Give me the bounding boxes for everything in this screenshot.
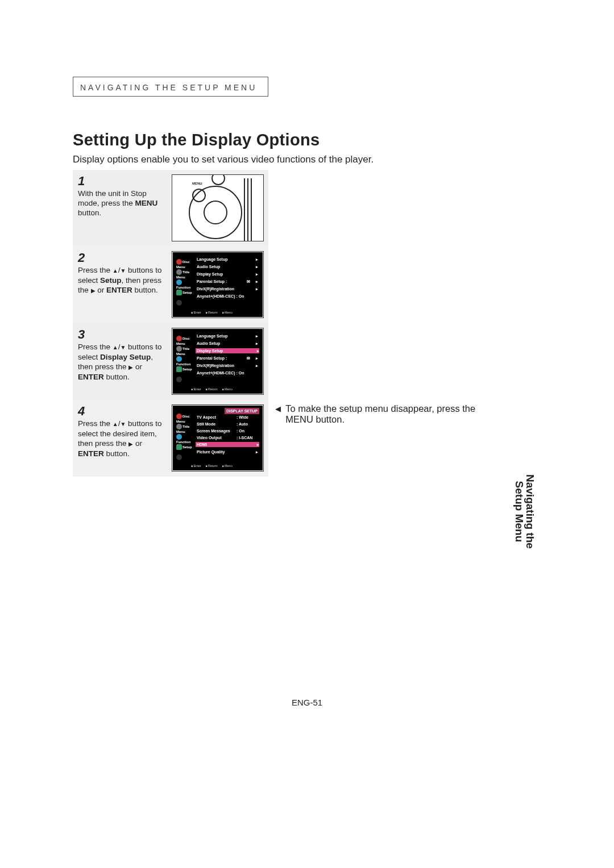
step-1: 1 With the unit in Stop mode, press the … (73, 170, 268, 247)
down-arrow-icon (120, 266, 126, 274)
osd-side-icon-title: Title Menu (176, 346, 192, 357)
osd-row: Still Mode: Auto (197, 422, 258, 427)
osd-row: DivX(R)Registration▸ (197, 286, 258, 291)
osd-row: Display Setup▸ (197, 272, 258, 277)
osd-row: Anynet+(HDMI-CEC) : On (197, 294, 258, 299)
footer-note: To make the setup menu disappear, press … (275, 403, 537, 425)
dpad-center-icon (204, 201, 227, 224)
osd-side-icon-title: Title Menu (176, 424, 192, 435)
right-arrow-icon (91, 286, 96, 294)
osd-row-selected: Display Setup▸ (196, 348, 259, 353)
osd-row: DivX(R)Registration▸ (197, 363, 258, 368)
osd-preview: Disc Menu Title Menu Function Setup Lang… (173, 252, 263, 317)
step-text: Press the / buttons to select Display Se… (78, 342, 164, 382)
step-2: 2 Press the / buttons to select Setup, t… (73, 247, 268, 323)
step-text: Press the / buttons to select Setup, the… (78, 265, 164, 295)
down-arrow-icon (120, 419, 126, 428)
osd-side-icon-setup: Setup (176, 366, 192, 372)
osd-side-icon-setup: Setup (176, 290, 192, 295)
osd-side-icon-function: Function (176, 279, 192, 290)
osd-row: TV Aspect: Wide (197, 415, 258, 420)
step-3: 3 Press the / buttons to select Display … (73, 323, 268, 400)
remote-illustration: MENU (181, 178, 255, 238)
down-arrow-icon (120, 343, 126, 351)
osd-side-icon-disc: Disc Menu (176, 414, 192, 424)
up-arrow-icon (113, 266, 118, 274)
up-arrow-icon (113, 343, 118, 351)
chapter-tag: NAVIGATING THE SETUP MENU (80, 83, 257, 92)
osd-row: Parental Setup :✉▸ (197, 279, 258, 284)
osd-preview: Disc Menu Title Menu Function Setup Lang… (173, 329, 263, 394)
osd-side-icon-title: Title Menu (176, 269, 192, 280)
side-tab-line1: Navigating the (524, 474, 536, 549)
step-text: With the unit in Stop mode, press the ME… (78, 189, 164, 218)
left-arrow-icon (275, 403, 281, 413)
osd-side-icon-function: Function (176, 434, 192, 445)
remote-bars-decor (242, 178, 255, 241)
osd-row: Anynet+(HDMI-CEC) : On (197, 370, 258, 375)
osd-row: Language Setup▸ (197, 333, 258, 339)
osd-side-icon-disc: Disc Menu (176, 336, 192, 347)
osd-row: Audio Setup▸ (197, 341, 258, 346)
osd-row: Video Output: I-SCAN (197, 435, 258, 440)
intro-text: Display options enable you to set variou… (73, 154, 541, 165)
osd-header: DISPLAY SETUP (225, 408, 259, 414)
osd-footer: EnterReturnMenu (175, 310, 260, 315)
osd-side-icon-dot (176, 300, 192, 306)
osd-preview: DISPLAY SETUP Disc Menu Title Menu Funct… (173, 406, 263, 470)
osd-row: Screen Messages: On (197, 428, 258, 433)
osd-row: Language Setup▸ (197, 257, 258, 262)
up-arrow-icon (113, 419, 118, 428)
osd-side-icon-disc: Disc Menu (176, 259, 192, 270)
osd-row: Picture Quality▸ (197, 449, 258, 454)
osd-side-icon-dot (176, 377, 192, 382)
chapter-tag-box: NAVIGATING THE SETUP MENU (73, 77, 268, 97)
step-illustration: Disc Menu Title Menu Function Setup Lang… (172, 328, 264, 395)
osd-footer: EnterReturnMenu (175, 387, 260, 392)
menu-label: MENU (192, 182, 202, 185)
steps-column: 1 With the unit in Stop mode, press the … (73, 170, 268, 477)
small-button-icon (211, 174, 225, 185)
osd-side-icon-dot (176, 454, 192, 460)
page-title: Setting Up the Display Options (73, 131, 541, 149)
osd-row-selected: HDMI▸ (196, 442, 259, 447)
osd-side-icon-setup: Setup (176, 444, 192, 450)
side-tab-line2: Setup Menu (513, 481, 525, 542)
osd-row: Parental Setup :✉▸ (197, 356, 258, 361)
osd-footer: EnterReturnMenu (175, 464, 260, 469)
step-illustration: Disc Menu Title Menu Function Setup Lang… (172, 251, 264, 318)
step-4: 4 Press the / buttons to select the desi… (73, 400, 268, 477)
osd-side-icon-function: Function (176, 356, 192, 367)
step-illustration: MENU (172, 174, 264, 241)
step-text: Press the / buttons to select the desire… (78, 419, 164, 458)
osd-row: Audio Setup▸ (197, 264, 258, 269)
step-illustration: DISPLAY SETUP Disc Menu Title Menu Funct… (172, 404, 264, 471)
page-number: ENG-51 (73, 698, 541, 707)
